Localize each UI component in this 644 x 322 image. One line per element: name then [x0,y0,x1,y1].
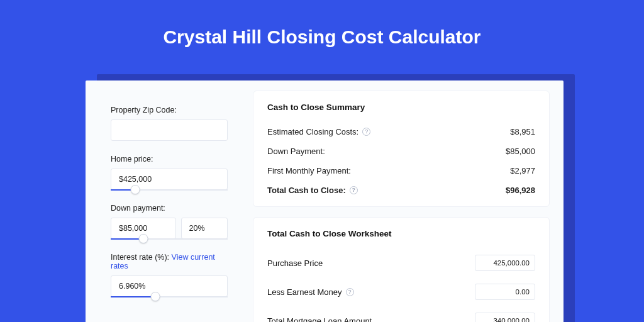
summary-heading: Cash to Close Summary [267,103,535,112]
help-icon[interactable]: ? [362,128,370,136]
interest-rate-label-text: Interest rate (%): [111,253,172,262]
home-price-label: Home price: [111,155,228,164]
summary-row-value: $96,928 [506,186,535,195]
zip-label: Property Zip Code: [111,106,228,114]
home-price-field: Home price: [111,155,228,190]
worksheet-row: Total Mortgage Loan Amount [267,306,535,322]
worksheet-value-input[interactable] [475,255,535,271]
summary-row-value: $2,977 [510,166,535,175]
calculator-panel: Property Zip Code: Home price: Down paym… [86,80,564,322]
interest-rate-input[interactable] [111,275,228,297]
worksheet-value-input[interactable] [475,284,535,300]
summary-row: Total Cash to Close:?$96,928 [267,180,535,200]
summary-row-label: Down Payment: [267,147,325,156]
summary-row-value: $85,000 [506,147,535,156]
summary-row-label: First Monthly Payment: [267,166,351,175]
results-column: Cash to Close Summary Estimated Closing … [242,80,564,322]
zip-field: Property Zip Code: [111,106,228,141]
interest-rate-field: Interest rate (%): View current rates [111,253,228,297]
worksheet-row-label: Total Mortgage Loan Amount [267,316,372,323]
down-payment-slider-thumb[interactable] [139,234,148,243]
help-icon[interactable]: ? [350,186,358,194]
home-price-slider-thumb[interactable] [131,185,140,194]
worksheet-heading: Total Cash to Close Worksheet [267,229,535,238]
interest-rate-label: Interest rate (%): View current rates [111,253,228,270]
interest-rate-slider-fill [111,296,155,297]
summary-row-value: $8,951 [510,127,535,136]
help-icon[interactable]: ? [346,288,354,296]
zip-input[interactable] [111,119,228,141]
worksheet-row-label: Less Earnest Money? [267,287,354,297]
down-payment-label: Down payment: [111,204,228,213]
summary-row: Estimated Closing Costs:?$8,951 [267,122,535,142]
summary-row: First Monthly Payment:$2,977 [267,161,535,180]
home-price-input[interactable] [111,169,228,190]
summary-card: Cash to Close Summary Estimated Closing … [253,91,550,207]
interest-rate-slider-thumb[interactable] [150,292,160,301]
worksheet-row-label: Purchase Price [267,258,323,268]
worksheet-row: Less Earnest Money? [267,277,535,306]
worksheet-row: Purchase Price [267,248,535,277]
inputs-column: Property Zip Code: Home price: Down paym… [86,80,242,322]
worksheet-card: Total Cash to Close Worksheet Purchase P… [253,217,550,322]
summary-row-label: Estimated Closing Costs:? [267,127,370,136]
page-title: Crystal Hill Closing Cost Calculator [0,0,644,68]
summary-row-label: Total Cash to Close:? [267,186,358,195]
summary-row: Down Payment:$85,000 [267,142,535,161]
worksheet-value-input[interactable] [475,313,535,322]
down-payment-percent-input[interactable] [181,218,228,239]
down-payment-field: Down payment: [111,204,228,239]
